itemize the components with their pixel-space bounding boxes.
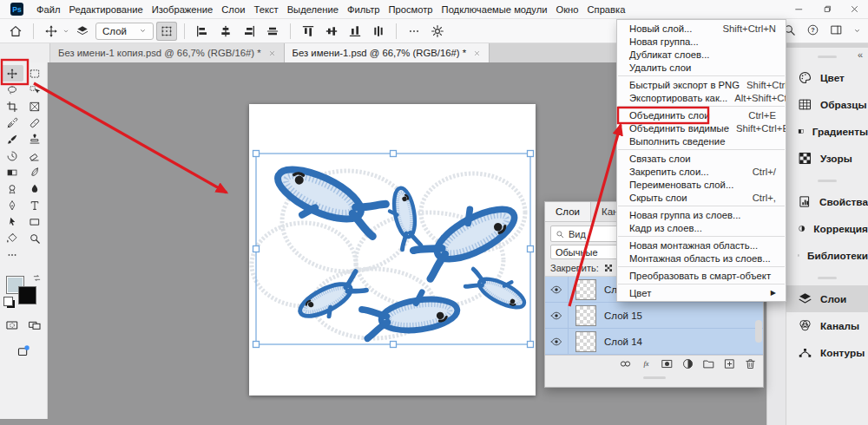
- layers-panel-tab-0[interactable]: Слои: [545, 202, 591, 221]
- align-right-button[interactable]: [239, 22, 260, 41]
- context-menu-item-7[interactable]: Объединить видимыеShift+Ctrl+E: [617, 121, 786, 134]
- show-transform-controls-toggle[interactable]: [156, 22, 177, 41]
- context-menu-item-16[interactable]: Монтажная область из слоев...: [617, 252, 786, 265]
- layer-visibility-toggle[interactable]: [545, 329, 569, 354]
- dock-item-образцы[interactable]: Образцы: [786, 91, 868, 118]
- screen-mode-button[interactable]: [28, 318, 42, 335]
- menubar-item-3[interactable]: Слои: [217, 4, 249, 15]
- menubar-item-10[interactable]: Справка: [583, 4, 630, 15]
- dock-item-узоры[interactable]: Узоры: [786, 145, 868, 172]
- dock-item-градиенты[interactable]: Градиенты: [786, 118, 868, 145]
- shape-tool[interactable]: [23, 213, 46, 230]
- more-align-options-button[interactable]: [404, 22, 424, 41]
- move-tool-indicator[interactable]: [41, 22, 62, 41]
- dock-item-цвет[interactable]: Цвет: [786, 64, 868, 91]
- context-menu-item-17[interactable]: Преобразовать в смарт-объект: [617, 269, 786, 282]
- menubar-item-0[interactable]: Файл: [32, 4, 65, 15]
- dock-item-каналы[interactable]: Каналы: [786, 312, 868, 339]
- context-menu-item-15[interactable]: Новая монтажная область...: [617, 239, 786, 252]
- menubar-item-4[interactable]: Текст: [249, 4, 282, 15]
- eraser-tool[interactable]: [23, 147, 46, 164]
- brush-tool[interactable]: [1, 131, 23, 147]
- adjustment-layer-icon[interactable]: [681, 357, 694, 373]
- delete-layer-icon[interactable]: [744, 357, 757, 373]
- workspace-chevron[interactable]: [853, 25, 861, 37]
- help-button[interactable]: ?: [806, 23, 819, 39]
- share-image-button[interactable]: [16, 343, 31, 361]
- layer-thumbnail[interactable]: [575, 305, 596, 326]
- align-top-button[interactable]: [298, 22, 319, 41]
- move-tool[interactable]: [1, 65, 23, 82]
- lasso-tool[interactable]: [1, 82, 23, 98]
- layer-thumbnail[interactable]: [575, 279, 596, 300]
- layer-visibility-toggle[interactable]: [545, 303, 569, 328]
- dock-item-свойства[interactable]: Свойства: [786, 188, 868, 215]
- clone-stamp-tool[interactable]: [23, 131, 46, 147]
- pen-tool[interactable]: [1, 197, 23, 213]
- menubar-item-7[interactable]: Просмотр: [385, 4, 437, 15]
- layer-thumbnail[interactable]: [575, 331, 596, 352]
- gradient-tool[interactable]: [1, 164, 23, 180]
- paint-bucket-tool[interactable]: [1, 230, 23, 246]
- blur-tool[interactable]: [23, 180, 46, 197]
- history-brush-tool[interactable]: [1, 147, 23, 164]
- new-layer-icon[interactable]: [723, 357, 736, 373]
- panel-resize-grip[interactable]: [545, 375, 763, 380]
- quick-mask-button[interactable]: [5, 318, 19, 335]
- context-menu-item-3[interactable]: Удалить слои: [617, 61, 786, 74]
- menubar-item-6[interactable]: Фильтр: [343, 4, 385, 15]
- align-bottom-button[interactable]: [345, 22, 365, 41]
- swap-colors-icon[interactable]: [32, 273, 42, 283]
- smudge-tool[interactable]: [23, 164, 46, 180]
- context-menu-item-14[interactable]: Кадр из слоев...: [617, 221, 786, 234]
- layer-style-icon[interactable]: fx: [640, 357, 653, 373]
- align-vertical-centers-button[interactable]: [321, 22, 342, 41]
- distribute-horizontal-button[interactable]: [262, 22, 283, 41]
- dock-item-библиотеки[interactable]: Библиотеки: [786, 242, 868, 269]
- context-menu-item-9[interactable]: Связать слои: [617, 152, 786, 165]
- zoom-tool[interactable]: [23, 230, 46, 246]
- maximize-button[interactable]: [812, 0, 840, 18]
- layers-scrollbar[interactable]: [755, 320, 762, 343]
- minimize-button[interactable]: [785, 0, 812, 18]
- context-menu-item-6-highlighted[interactable]: Объединить слоиCtrl+E: [617, 108, 786, 121]
- link-layers-icon[interactable]: [619, 357, 632, 373]
- healing-brush-tool[interactable]: [23, 114, 46, 131]
- document-tab-0[interactable]: Без имени-1 копия.psd @ 66,7% (RGB/16#) …: [50, 43, 285, 62]
- menubar-item-1[interactable]: Редактирование: [65, 4, 148, 15]
- tab-close-icon[interactable]: [473, 49, 481, 57]
- layer-visibility-toggle[interactable]: [545, 277, 569, 302]
- context-menu-item-2[interactable]: Дубликат слоев...: [617, 48, 786, 61]
- layer-row-1[interactable]: Слой 15: [545, 303, 763, 329]
- eyedropper-tool[interactable]: [1, 114, 23, 131]
- distribute-vertical-button[interactable]: [368, 22, 389, 41]
- default-colors-icon[interactable]: [3, 297, 13, 306]
- align-horizontal-centers-button[interactable]: [215, 22, 236, 41]
- object-selection-tool[interactable]: [23, 82, 46, 98]
- context-menu-item-18[interactable]: Цвет▶: [617, 286, 786, 299]
- menubar-item-5[interactable]: Выделение: [283, 4, 343, 15]
- context-menu-item-4[interactable]: Быстрый экспорт в PNGShift+Ctrl+': [617, 78, 786, 91]
- background-color-swatch[interactable]: [18, 286, 36, 304]
- dock-item-коррекция[interactable]: Коррекция: [786, 215, 868, 242]
- context-menu-item-11[interactable]: Переименовать слой...: [617, 178, 786, 191]
- context-menu-item-0[interactable]: Новый слой...Shift+Ctrl+N: [617, 22, 786, 35]
- collapse-dock-icon[interactable]: «: [858, 49, 863, 60]
- tab-close-icon[interactable]: [268, 49, 276, 57]
- layer-row-2[interactable]: Слой 14: [545, 329, 763, 355]
- workspace-switcher-button[interactable]: [830, 23, 843, 39]
- context-menu-item-10[interactable]: Закрепить слои...Ctrl+/: [617, 165, 786, 178]
- auto-select-icon[interactable]: [72, 22, 93, 41]
- more-tools[interactable]: [1, 246, 23, 263]
- context-menu-item-8[interactable]: Выполнить сведение: [617, 134, 786, 147]
- context-menu-item-13[interactable]: Новая группа из слоев...: [617, 208, 786, 221]
- menubar-item-2[interactable]: Изображение: [148, 4, 217, 15]
- dodge-tool[interactable]: [1, 180, 23, 197]
- menubar-item-9[interactable]: Окно: [552, 4, 583, 15]
- align-left-button[interactable]: [192, 22, 213, 41]
- context-menu-item-1[interactable]: Новая группа...: [617, 35, 786, 48]
- context-menu-item-12[interactable]: Скрыть слоиCtrl+,: [617, 191, 786, 204]
- dock-item-слои[interactable]: Слои: [786, 285, 868, 312]
- frame-tool[interactable]: [23, 98, 46, 114]
- close-button[interactable]: [840, 0, 868, 18]
